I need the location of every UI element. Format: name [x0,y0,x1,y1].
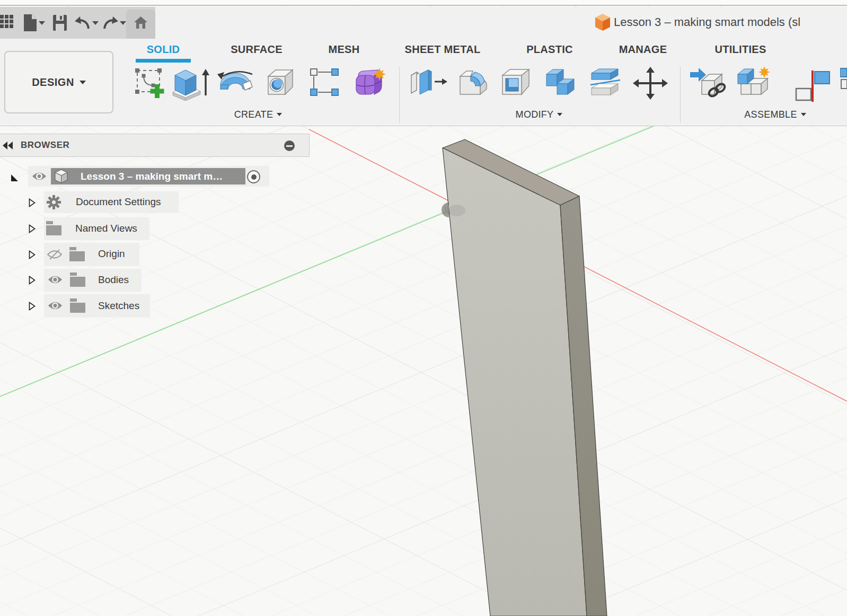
tree-row-sketches[interactable]: Sketches [44,294,150,318]
tab-solid[interactable]: SOLID [147,43,180,56]
tab-surface[interactable]: SURFACE [231,43,283,56]
eye-visible-icon[interactable] [48,275,63,285]
tab-mesh[interactable]: MESH [329,43,360,56]
mirror-joint-icon[interactable] [794,68,832,104]
tree-expand-icon[interactable] [29,224,36,233]
workspace-caret-icon [80,81,86,84]
group-separator [399,67,400,123]
assemble-caret-icon [801,113,806,116]
browser-title: BROWSER [21,140,69,151]
tree-row-bodies[interactable]: Bodies [44,269,142,292]
application-toolbar: Lesson 3 – making smart models (sl DESIG… [0,0,847,126]
folder-icon [70,298,85,313]
tab-utilities[interactable]: UTILITIES [714,43,766,56]
display-settings-icon[interactable] [284,140,295,151]
window-top-strip [0,0,847,6]
tab-plastic[interactable]: PLASTIC [526,43,573,56]
eye-hidden-icon[interactable] [47,249,62,260]
folder-icon [69,247,85,261]
tab-sheet-metal[interactable]: SHEET METAL [405,43,481,56]
tree-item-label: Named Views [75,223,137,234]
modify-caret-icon [557,113,562,116]
ribbon: DESIGN SOLID SURFACE MESH SHEET METAL PL… [0,39,847,126]
tree-expand-icon[interactable] [29,250,36,259]
activate-component-radio[interactable] [247,170,260,183]
component-cube-icon [54,169,68,183]
tree-row-named-views[interactable]: Named Views [44,217,149,240]
group-separator [680,67,681,123]
clipped-edge-icon[interactable] [840,66,847,90]
modify-group-label: MODIFY [516,109,554,120]
shell-icon[interactable] [499,67,534,99]
create-caret-icon [277,113,282,116]
press-pull-icon[interactable] [409,67,448,100]
extrude-icon[interactable] [170,66,211,101]
folder-icon [46,221,61,235]
browser-header: BROWSER [0,134,310,157]
tree-expand-icon[interactable] [29,276,36,285]
tree-row-document-settings[interactable]: Document Settings [44,191,179,213]
new-component-icon[interactable] [734,66,772,101]
assemble-group-dropdown[interactable]: ASSEMBLE [739,108,811,121]
folder-icon [70,272,85,287]
tree-item-label: Origin [98,248,125,260]
tree-expand-icon[interactable] [29,198,36,207]
fillet-icon[interactable] [455,67,492,100]
eye-visible-icon[interactable] [32,171,47,181]
redo-icon[interactable] [103,16,119,30]
revolve-icon[interactable] [216,68,257,99]
undo-icon[interactable] [74,16,90,30]
tree-item-label: Bodies [98,274,129,286]
insert-derive-icon[interactable] [689,66,728,101]
active-tab-underline [136,59,191,63]
quick-access-toolbar: Lesson 3 – making smart models (sl [0,7,847,39]
document-cube-icon [595,14,611,31]
create-sketch-icon[interactable] [133,67,165,100]
create-group-label: CREATE [234,109,273,120]
app-grid-menu-icon[interactable] [0,15,14,29]
combine-icon[interactable] [543,67,580,100]
split-body-icon[interactable] [588,67,623,99]
home-view-tab[interactable] [126,10,155,39]
tree-row-origin[interactable]: Origin [44,243,139,266]
tree-root-label: Lesson 3 – making smart m… [81,171,223,182]
home-icon [134,16,147,30]
gear-icon [47,195,61,209]
browser-panel: BROWSER Lesson 3 – making smart m… [0,134,318,324]
modify-group-dropdown[interactable]: MODIFY [509,108,569,121]
move-icon[interactable] [632,67,669,100]
eye-visible-icon[interactable] [48,301,63,311]
tree-root-selected[interactable]: Lesson 3 – making smart m… [51,168,245,184]
document-title[interactable]: Lesson 3 – making smart models (sl [614,15,800,29]
pattern-icon[interactable] [310,68,340,98]
file-icon[interactable] [23,14,37,32]
tree-item-label: Document Settings [76,196,161,208]
tree-item-label: Sketches [98,300,139,312]
tree-expand-root-icon[interactable] [11,174,19,182]
tab-manage[interactable]: MANAGE [619,43,667,56]
file-menu-caret[interactable] [39,21,45,25]
save-icon[interactable] [53,15,67,31]
workspace-selector-button[interactable]: DESIGN [4,51,113,113]
collapse-panel-icon[interactable] [3,142,13,149]
assemble-group-label: ASSEMBLE [744,109,797,120]
create-group-dropdown[interactable]: CREATE [228,108,288,121]
create-form-icon[interactable] [353,67,388,100]
tree-expand-icon[interactable] [29,302,36,311]
star-burst [758,66,770,78]
redo-menu-caret[interactable] [120,21,126,25]
hole-icon[interactable] [264,67,297,99]
undo-menu-caret[interactable] [92,21,99,25]
workspace-selector-label: DESIGN [32,76,74,89]
